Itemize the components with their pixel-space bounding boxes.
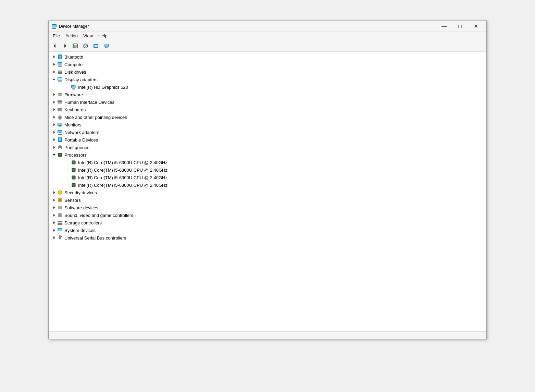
chevron-icon[interactable]	[51, 122, 57, 127]
svg-rect-23	[105, 47, 108, 48]
tree-item-firmware[interactable]: Firmware	[49, 91, 486, 98]
minimize-button[interactable]: —	[436, 21, 452, 32]
chevron-icon[interactable]	[51, 190, 57, 195]
tree-item-network[interactable]: Network adapters	[49, 128, 486, 136]
svg-marker-25	[53, 56, 55, 58]
chevron-icon[interactable]	[51, 220, 57, 225]
svg-rect-58	[60, 101, 62, 102]
svg-marker-5	[64, 44, 66, 48]
maximize-button[interactable]: □	[452, 21, 468, 32]
tree-item-label-firmware: Firmware	[64, 92, 83, 97]
back-button[interactable]	[50, 41, 60, 50]
svg-marker-117	[53, 214, 55, 217]
tree-item-security[interactable]: Security devices	[49, 189, 486, 196]
tree-item-disk-drives[interactable]: Disk drives	[49, 68, 486, 76]
chevron-icon[interactable]	[51, 212, 57, 218]
tree-item-print-queues[interactable]: Print queues	[49, 144, 486, 151]
tree-item-sensors[interactable]: Sensors	[49, 196, 486, 204]
status-bar	[49, 331, 486, 339]
chevron-icon[interactable]	[51, 152, 57, 158]
svg-marker-85	[53, 146, 55, 149]
title-bar-left: Device Manager	[51, 24, 89, 29]
chevron-icon[interactable]	[65, 175, 71, 180]
tree-item-human-interface[interactable]: Human Interface Devices	[49, 98, 486, 106]
tree-item-bluetooth[interactable]: Bluetooth	[49, 53, 486, 61]
svg-rect-65	[58, 110, 61, 111]
svg-rect-53	[59, 95, 61, 95]
update-driver-button[interactable]	[91, 41, 101, 50]
storage-icon	[57, 220, 63, 226]
chevron-icon[interactable]	[51, 99, 57, 105]
chevron-icon[interactable]	[51, 205, 57, 210]
chevron-icon[interactable]	[51, 137, 57, 143]
svg-rect-102	[73, 169, 75, 171]
processor-icon	[57, 152, 63, 158]
chevron-icon[interactable]	[51, 77, 57, 82]
svg-rect-45	[72, 88, 75, 89]
menu-view[interactable]: View	[80, 33, 96, 39]
chevron-icon[interactable]	[51, 69, 57, 75]
chevron-icon[interactable]	[65, 160, 71, 165]
tree-item-processors[interactable]: Processors	[49, 151, 486, 159]
tree-item-portable[interactable]: Portable Devices	[49, 136, 486, 144]
svg-marker-81	[53, 138, 55, 141]
chevron-icon[interactable]	[51, 107, 57, 112]
svg-point-124	[61, 221, 62, 222]
chevron-icon[interactable]	[51, 228, 57, 233]
tree-item-processor-4[interactable]: Intel(R) Core(TM) i5-6300U CPU @ 2.40GHz	[49, 181, 486, 189]
tree-item-processor-2[interactable]: Intel(R) Core(TM) i5-6300U CPU @ 2.40GHz	[49, 166, 486, 174]
tree-item-label-monitors: Monitors	[64, 122, 82, 127]
help-button[interactable]: ?	[81, 41, 90, 50]
chevron-icon[interactable]	[51, 92, 57, 97]
tree-item-system[interactable]: System devices	[49, 226, 486, 234]
svg-rect-106	[73, 184, 75, 186]
chevron-icon[interactable]	[51, 145, 57, 150]
tree-item-mice[interactable]: Mice and other pointing devices	[49, 113, 486, 121]
chevron-icon[interactable]	[51, 114, 57, 120]
tree-item-display-adapter-child[interactable]: Intel(R) HD Graphics 520	[49, 83, 486, 91]
chevron-icon[interactable]	[65, 84, 71, 90]
menu-help[interactable]: Help	[96, 33, 110, 39]
tree-item-storage[interactable]: Storage controllers	[49, 219, 486, 226]
keyboard-icon	[57, 107, 63, 113]
svg-marker-32	[53, 71, 55, 73]
chevron-icon[interactable]	[51, 62, 57, 67]
tree-item-monitors[interactable]: Monitors	[49, 121, 486, 128]
menu-file[interactable]: File	[50, 33, 63, 39]
tree-item-keyboards[interactable]: Keyboards	[49, 106, 486, 113]
tree-item-processor-3[interactable]: Intel(R) Core(TM) i5-6300U CPU @ 2.40GHz	[49, 174, 486, 181]
svg-marker-54	[53, 101, 55, 103]
svg-rect-11	[73, 45, 74, 46]
svg-rect-64	[60, 109, 61, 110]
chevron-icon[interactable]	[51, 235, 57, 241]
tree-item-processor-1[interactable]: Intel(R) Core(TM) i5-6300U CPU @ 2.40GHz	[49, 159, 486, 166]
tree-item-computer[interactable]: Computer	[49, 61, 486, 68]
svg-rect-2	[52, 28, 56, 29]
svg-marker-37	[53, 79, 55, 81]
close-button[interactable]: ✕	[468, 21, 484, 32]
properties-button[interactable]	[71, 41, 80, 50]
title-bar-buttons: — □ ✕	[436, 21, 484, 32]
tree-item-label-human-interface: Human Interface Devices	[64, 100, 114, 105]
tree-item-usb[interactable]: Universal Serial Bus controllers	[49, 234, 486, 242]
forward-button[interactable]	[60, 41, 70, 50]
svg-rect-78	[59, 134, 61, 134]
chevron-icon[interactable]	[51, 54, 57, 60]
tree-panel[interactable]: BluetoothComputerDisk drivesDisplay adap…	[49, 52, 486, 331]
tree-item-label-mice: Mice and other pointing devices	[64, 115, 127, 120]
chevron-icon[interactable]	[51, 197, 57, 203]
scan-button[interactable]	[101, 41, 111, 50]
menu-action[interactable]: Action	[63, 33, 80, 39]
chevron-icon[interactable]	[51, 130, 57, 135]
update-icon	[93, 43, 99, 49]
cpu-icon	[71, 159, 77, 166]
chevron-icon[interactable]	[65, 167, 71, 173]
tree-item-display-adapters[interactable]: Display adapters	[49, 76, 486, 83]
chevron-icon[interactable]	[65, 182, 71, 188]
svg-rect-52	[60, 94, 61, 94]
svg-rect-51	[59, 94, 60, 94]
tree-item-software[interactable]: Software devices	[49, 204, 486, 211]
svg-marker-121	[53, 221, 55, 224]
svg-rect-74	[58, 127, 62, 127]
tree-item-sound[interactable]: Sound, video and game controllers	[49, 211, 486, 219]
